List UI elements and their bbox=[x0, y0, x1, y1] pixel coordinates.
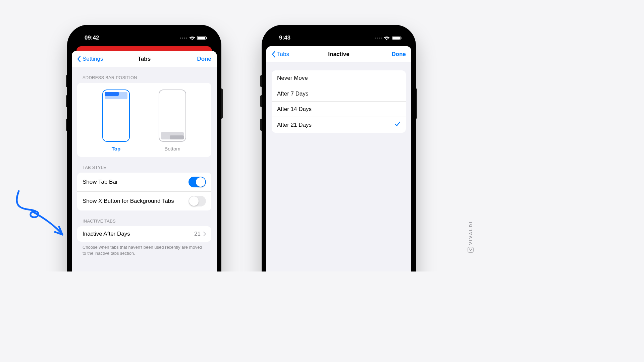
battery-icon bbox=[392, 36, 400, 40]
cellular-dots-icon bbox=[180, 38, 187, 39]
row-inactive-after-days[interactable]: Inactive After Days 21 bbox=[77, 226, 211, 242]
phone-screen: 09:42 Settings Tabs Done ADDRESS BAR PO bbox=[72, 29, 217, 272]
row-label: Show X Button for Background Tabs bbox=[83, 198, 174, 204]
cellular-dots-icon bbox=[375, 38, 382, 39]
status-time: 09:42 bbox=[85, 35, 99, 41]
row-detail: 21 bbox=[194, 231, 206, 237]
section-footer-inactive-tabs: Choose when tabs that haven't been used … bbox=[72, 242, 217, 256]
toggle-show-tab-bar[interactable] bbox=[189, 177, 206, 187]
status-bar: 09:42 bbox=[72, 29, 217, 46]
wifi-icon bbox=[384, 36, 390, 40]
checkmark-icon bbox=[394, 121, 400, 129]
back-button[interactable]: Tabs bbox=[272, 51, 289, 58]
chevron-left-icon bbox=[272, 51, 276, 58]
back-label: Settings bbox=[83, 56, 103, 62]
status-bar: 9:43 bbox=[266, 29, 411, 46]
nav-bar: Tabs Inactive Done bbox=[266, 46, 411, 62]
status-icons bbox=[180, 36, 206, 40]
option-bottom[interactable]: Bottom bbox=[159, 89, 186, 152]
option-top[interactable]: Top bbox=[102, 89, 130, 152]
option-after-7-days[interactable]: After 7 Days bbox=[272, 86, 406, 101]
option-bottom-label: Bottom bbox=[164, 146, 180, 152]
phone-mockup-inactive: 9:43 Tabs Inactive Done N bbox=[262, 25, 416, 272]
back-label: Tabs bbox=[277, 51, 289, 58]
accent-strip bbox=[76, 46, 212, 51]
option-label: Never Move bbox=[277, 75, 308, 81]
section-header-address-bar: ADDRESS BAR POSITION bbox=[72, 67, 217, 83]
option-top-label: Top bbox=[112, 146, 120, 152]
section-header-inactive-tabs: INACTIVE TABS bbox=[72, 210, 217, 226]
row-value: 21 bbox=[194, 231, 201, 237]
nav-bar: Settings Tabs Done bbox=[72, 51, 217, 67]
back-button[interactable]: Settings bbox=[77, 56, 103, 62]
status-time: 9:43 bbox=[279, 35, 290, 41]
toggle-show-x-button[interactable] bbox=[189, 196, 206, 206]
inactive-tabs-card: Inactive After Days 21 bbox=[77, 226, 211, 242]
phone-screen: 9:43 Tabs Inactive Done N bbox=[266, 29, 411, 272]
done-button[interactable]: Done bbox=[392, 51, 406, 58]
vivaldi-logo-icon bbox=[468, 247, 474, 253]
preview-phone-bottom-icon bbox=[159, 89, 186, 142]
row-show-tab-bar[interactable]: Show Tab Bar bbox=[77, 173, 211, 191]
section-header-tab-style: TAB STYLE bbox=[72, 157, 217, 173]
status-icons bbox=[375, 36, 400, 40]
chevron-left-icon bbox=[77, 56, 81, 62]
watermark-text: VIVALDI bbox=[468, 221, 473, 245]
row-label: Inactive After Days bbox=[83, 231, 130, 237]
row-label: Show Tab Bar bbox=[83, 179, 118, 185]
done-button[interactable]: Done bbox=[197, 56, 212, 62]
preview-phone-top-icon bbox=[102, 89, 130, 142]
settings-sheet: Settings Tabs Done ADDRESS BAR POSITION … bbox=[72, 51, 217, 272]
vivaldi-watermark: VIVALDI bbox=[468, 221, 474, 253]
option-label: After 21 Days bbox=[277, 122, 312, 128]
arrow-annotation-icon bbox=[12, 188, 69, 245]
wifi-icon bbox=[189, 36, 195, 40]
inactive-options-card: Never Move After 7 Days After 14 Days Af… bbox=[272, 70, 406, 133]
phone-mockup-tabs: 09:42 Settings Tabs Done ADDRESS BAR PO bbox=[67, 25, 221, 272]
address-bar-position-card: Top Bottom bbox=[77, 83, 211, 157]
option-never-move[interactable]: Never Move bbox=[272, 70, 406, 86]
option-after-14-days[interactable]: After 14 Days bbox=[272, 101, 406, 117]
option-label: After 14 Days bbox=[277, 106, 312, 113]
option-label: After 7 Days bbox=[277, 90, 309, 97]
battery-icon bbox=[197, 36, 206, 40]
settings-sheet: Tabs Inactive Done Never Move After 7 Da… bbox=[266, 46, 411, 272]
svg-rect-0 bbox=[468, 247, 473, 252]
chevron-right-icon bbox=[203, 232, 206, 236]
tab-style-card: Show Tab Bar Show X Button for Backgroun… bbox=[77, 173, 211, 210]
row-show-x-button[interactable]: Show X Button for Background Tabs bbox=[77, 191, 211, 210]
option-after-21-days[interactable]: After 21 Days bbox=[272, 117, 406, 133]
